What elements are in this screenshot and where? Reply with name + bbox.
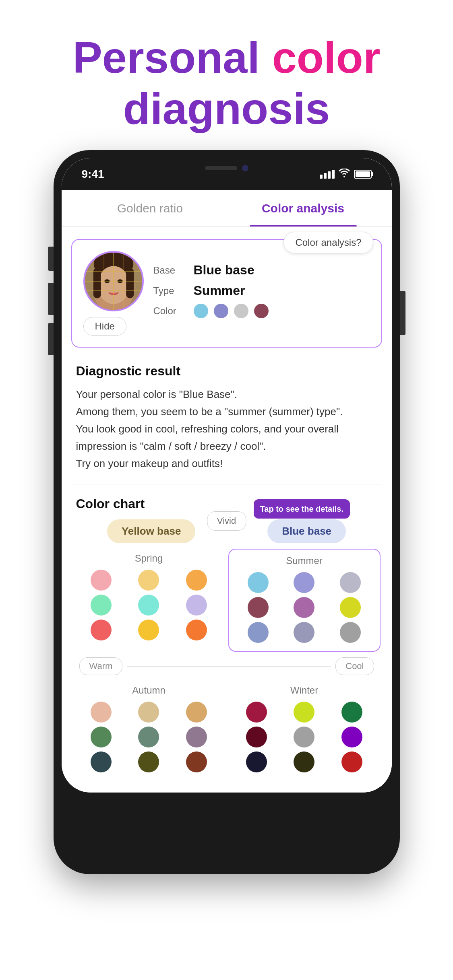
dot	[138, 727, 159, 747]
spring-dots	[79, 570, 219, 640]
dot	[294, 597, 314, 618]
status-bar: 9:41	[62, 158, 392, 190]
dot	[341, 727, 362, 747]
winter-quad: Winter	[227, 679, 382, 780]
svg-rect-5	[93, 268, 101, 299]
dot	[138, 570, 159, 591]
autumn-quad: Autumn	[71, 679, 227, 780]
dot	[246, 751, 267, 772]
dot	[91, 570, 112, 591]
hero-diagnosis: diagnosis	[72, 83, 380, 134]
battery-icon	[354, 170, 372, 179]
color-swatch-3	[234, 304, 248, 318]
diagnostic-title: Diagnostic result	[76, 364, 377, 379]
yellow-base-label: Yellow base	[107, 519, 195, 543]
avatar-wrap: Hide	[83, 251, 144, 336]
svg-rect-6	[126, 268, 134, 299]
color-swatches	[194, 304, 269, 318]
autumn-label: Autumn	[79, 685, 219, 696]
dot	[138, 595, 159, 616]
phone-content: Golden ratio Color analysis Color analys…	[62, 190, 392, 793]
notch	[174, 158, 279, 178]
color-row: Color	[153, 304, 370, 318]
dot	[186, 595, 207, 616]
dot	[340, 572, 361, 593]
tab-bar: Golden ratio Color analysis	[62, 190, 392, 227]
autumn-dots	[79, 702, 219, 772]
hero-title: Personal color diagnosis	[48, 0, 404, 150]
type-row: Type Summer	[153, 283, 370, 298]
winter-label: Winter	[235, 685, 374, 696]
status-time: 9:41	[82, 168, 104, 181]
dot	[294, 572, 314, 593]
vivid-label: Vivid	[207, 511, 246, 531]
color-swatch-2	[214, 304, 228, 318]
winter-dots	[235, 702, 374, 772]
dot	[246, 702, 267, 723]
dot	[186, 727, 207, 747]
spring-label: Spring	[79, 553, 219, 564]
hide-button[interactable]: Hide	[83, 317, 126, 336]
color-analysis-button[interactable]: Color analysis?	[283, 232, 373, 253]
hero-color: color	[260, 33, 381, 82]
dot	[248, 622, 269, 643]
summer-label: Summer	[237, 555, 372, 566]
color-label: Color	[153, 305, 194, 317]
base-label: Base	[153, 265, 194, 276]
type-label: Type	[153, 285, 194, 296]
signal-icon	[320, 170, 335, 179]
phone-mockup: 9:41	[54, 150, 400, 874]
cool-label: Cool	[335, 657, 374, 675]
dot	[138, 702, 159, 723]
spring-quad: Spring	[71, 547, 227, 653]
power-button	[400, 291, 405, 335]
warm-cool-axis: Warm Cool	[71, 653, 382, 679]
summer-quad-highlighted: Summer	[228, 549, 381, 652]
dot	[294, 702, 314, 723]
speaker	[205, 166, 237, 170]
dot	[138, 620, 159, 640]
wifi-icon	[339, 169, 350, 180]
warm-label: Warm	[79, 657, 123, 675]
season-grid: Spring	[71, 547, 382, 780]
dot	[248, 597, 269, 618]
divider	[71, 484, 382, 484]
dot	[186, 702, 207, 723]
diagnostic-text: Your personal color is "Blue Base". Amon…	[76, 386, 377, 472]
dot	[91, 727, 112, 747]
silent-button	[48, 323, 54, 355]
dot	[248, 572, 269, 593]
axis-line	[127, 666, 331, 667]
dot	[341, 751, 362, 772]
phone-screen: 9:41	[62, 158, 392, 793]
summer-dots	[237, 572, 372, 643]
dot	[340, 622, 361, 643]
dot	[91, 595, 112, 616]
diagnostic-section: Diagnostic result Your personal color is…	[62, 356, 392, 480]
chart-section: Color chart Yellow base Vivid Blue base …	[62, 488, 392, 793]
tap-tooltip: Tap to see the details.	[254, 499, 350, 519]
dot	[138, 751, 159, 772]
result-card: Color analysis?	[71, 239, 382, 348]
dot	[91, 751, 112, 772]
tab-color-analysis[interactable]: Color analysis	[227, 190, 380, 226]
dot	[340, 597, 361, 618]
dot	[186, 570, 207, 591]
dot	[91, 620, 112, 640]
dot	[186, 620, 207, 640]
base-value: Blue base	[194, 263, 254, 278]
dot	[186, 751, 207, 772]
base-row: Base Blue base	[153, 263, 370, 278]
avatar	[83, 251, 144, 311]
dot	[246, 727, 267, 747]
result-info: Base Blue base Type Summer Color	[153, 263, 370, 324]
dot	[294, 751, 314, 772]
type-value: Summer	[194, 283, 245, 298]
dot	[91, 702, 112, 723]
dot	[294, 622, 314, 643]
page-wrapper: Personal color diagnosis 9:41	[0, 0, 453, 890]
hero-personal: Personal	[72, 33, 260, 82]
blue-base-label: Blue base Tap to see the details.	[267, 519, 346, 543]
tab-golden-ratio[interactable]: Golden ratio	[74, 190, 227, 226]
volume-up-button	[48, 247, 54, 271]
